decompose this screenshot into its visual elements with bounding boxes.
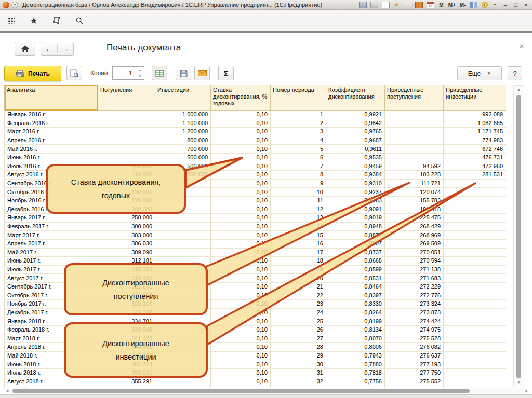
cell-value[interactable] xyxy=(98,111,155,119)
cell-value[interactable] xyxy=(444,239,506,248)
cell-value[interactable] xyxy=(385,111,444,119)
cell-value[interactable] xyxy=(444,291,506,300)
cell-value[interactable]: 31 xyxy=(271,368,326,377)
cell-value[interactable]: 22 xyxy=(271,291,326,300)
spinner-down-icon[interactable]: ▼ xyxy=(136,73,144,79)
cell-value[interactable]: 268 969 xyxy=(385,231,444,240)
search-icon[interactable] xyxy=(75,16,84,25)
cell-value[interactable]: 269 509 xyxy=(385,239,444,248)
cell-value[interactable]: 0,10 xyxy=(211,119,271,128)
cell-value[interactable] xyxy=(444,325,506,334)
cell-value[interactable]: 12 xyxy=(271,205,326,214)
cell-value[interactable]: 300 000 xyxy=(98,222,155,231)
cell-value[interactable]: 268 429 xyxy=(385,222,444,231)
calendar-icon[interactable]: 31 xyxy=(427,2,434,8)
cell-value[interactable]: 0,7818 xyxy=(326,368,385,377)
memory-button[interactable]: M xyxy=(438,2,445,8)
cell-value[interactable]: 14 xyxy=(271,222,326,231)
cell-value[interactable]: 1 171 745 xyxy=(444,128,506,136)
cell-value[interactable]: 273 324 xyxy=(385,300,444,309)
cell-value[interactable]: 23 xyxy=(271,300,326,309)
cell-value[interactable]: 992 089 xyxy=(444,111,506,119)
cell-value[interactable]: 0,10 xyxy=(211,317,271,326)
cell-value[interactable] xyxy=(385,153,444,162)
cell-value[interactable]: 800 000 xyxy=(155,136,211,145)
cell-analytics[interactable]: Август 2018 г. xyxy=(5,377,98,386)
cell-value[interactable]: 0,9459 xyxy=(326,162,385,171)
cell-value[interactable]: 0,10 xyxy=(211,343,271,352)
cell-analytics[interactable]: Апрель 2017 г. xyxy=(5,239,98,248)
cell-value[interactable]: 0,10 xyxy=(211,368,271,377)
cell-value[interactable]: 0,10 xyxy=(211,111,271,119)
cell-value[interactable]: 0,9921 xyxy=(326,111,385,119)
cell-value[interactable]: 276 082 xyxy=(385,343,444,352)
cell-value[interactable]: 0,8531 xyxy=(326,274,385,283)
cell-value[interactable]: 0,10 xyxy=(211,231,271,240)
cell-analytics[interactable]: Июнь 2016 г. xyxy=(5,153,98,162)
cell-value[interactable]: 270 051 xyxy=(385,248,444,257)
system-menu-button[interactable]: ▾ xyxy=(11,2,18,8)
cell-value[interactable]: 17 xyxy=(271,248,326,257)
more-button[interactable]: Еще ▼ xyxy=(457,66,502,80)
cell-analytics[interactable]: Февраль 2017 г. xyxy=(5,222,98,231)
cell-value[interactable]: 3 xyxy=(271,128,326,136)
cell-value[interactable] xyxy=(444,205,506,214)
cell-value[interactable]: 32 xyxy=(271,377,326,386)
cell-value[interactable]: 1 000 000 xyxy=(155,111,211,119)
cell-value[interactable] xyxy=(444,282,506,291)
horizontal-scrollbar[interactable]: ◄ ► xyxy=(4,388,529,394)
cell-value[interactable]: 0,10 xyxy=(211,308,271,317)
cell-value[interactable] xyxy=(444,308,506,317)
copies-value[interactable]: 1 xyxy=(113,67,136,79)
cell-value[interactable]: 277 750 xyxy=(385,368,444,377)
cell-value[interactable]: 0,8264 xyxy=(326,308,385,317)
cell-value[interactable]: 0,10 xyxy=(211,248,271,257)
send-email-button[interactable] xyxy=(194,66,210,80)
cell-value[interactable] xyxy=(444,351,506,360)
cell-value[interactable]: 0,8668 xyxy=(326,257,385,266)
scroll-left-icon[interactable]: ◄ xyxy=(5,389,9,393)
cell-value[interactable]: 0,8070 xyxy=(326,334,385,343)
cell-value[interactable] xyxy=(444,188,506,197)
cell-value[interactable] xyxy=(155,248,211,257)
cell-value[interactable] xyxy=(444,377,506,386)
cell-value[interactable] xyxy=(385,136,444,145)
column-header[interactable]: Приведенные поступления xyxy=(385,85,444,111)
cell-value[interactable]: 273 873 xyxy=(385,308,444,317)
cell-value[interactable]: 0,7943 xyxy=(326,351,385,360)
column-header[interactable]: Приведенные инвестиции xyxy=(444,85,506,111)
cell-value[interactable]: 0,10 xyxy=(211,188,271,197)
column-header[interactable]: Ставка дисконтирования, % годовых xyxy=(211,85,271,111)
cell-value[interactable]: 272 229 xyxy=(385,282,444,291)
cell-value[interactable]: 0,10 xyxy=(211,136,271,145)
cell-value[interactable]: 672 746 xyxy=(444,145,506,154)
form-close-button[interactable]: × xyxy=(517,42,526,50)
cell-value[interactable]: 0,8464 xyxy=(326,282,385,291)
cell-value[interactable]: 19 xyxy=(271,265,326,274)
cell-value[interactable]: 15 xyxy=(271,231,326,240)
cell-value[interactable]: 11 xyxy=(271,196,326,205)
cell-value[interactable] xyxy=(444,214,506,223)
cell-value[interactable]: 28 xyxy=(271,343,326,352)
main-menu-icon[interactable] xyxy=(6,16,16,25)
cell-analytics[interactable]: Март 2016 г. xyxy=(5,128,98,136)
cell-analytics[interactable]: Январь 2016 г. xyxy=(5,111,98,119)
cell-value[interactable]: 476 731 xyxy=(444,153,506,162)
cell-value[interactable] xyxy=(385,128,444,136)
vertical-scrollbar[interactable]: ▲ ▼ xyxy=(513,85,524,387)
cell-value[interactable]: 0,10 xyxy=(211,274,271,283)
cell-value[interactable] xyxy=(444,265,506,274)
memory-plus-button[interactable]: M+ xyxy=(448,2,456,8)
cell-analytics[interactable]: Май 2017 г. xyxy=(5,248,98,257)
history-icon[interactable] xyxy=(52,16,61,25)
cell-value[interactable]: 250 000 xyxy=(98,214,155,223)
split-window-icon[interactable] xyxy=(470,2,477,8)
cell-value[interactable] xyxy=(444,257,506,266)
copies-spinner[interactable]: 1 ▲ ▼ xyxy=(112,66,144,80)
cell-value[interactable]: 7 xyxy=(271,162,326,171)
cell-value[interactable]: 225 475 xyxy=(385,214,444,223)
print-button[interactable]: Печать xyxy=(4,66,61,81)
cell-value[interactable] xyxy=(444,179,506,188)
calculator-icon[interactable] xyxy=(415,2,423,8)
cell-value[interactable]: 0,9842 xyxy=(326,119,385,128)
